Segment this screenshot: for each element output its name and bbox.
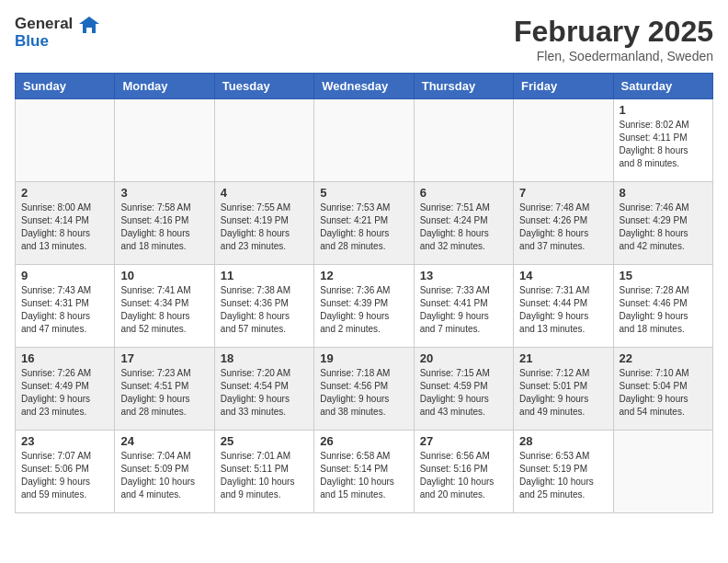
day-number: 25 [221,434,308,448]
logo: General Blue [15,15,99,51]
location-title: Flen, Soedermanland, Sweden [514,49,713,63]
weekday-header: Tuesday [214,74,313,99]
calendar-day-cell [514,99,613,182]
day-number: 11 [221,269,308,282]
day-info: Sunrise: 7:04 AM Sunset: 5:09 PM Dayligh… [120,450,208,501]
day-info: Sunrise: 6:58 AM Sunset: 5:14 PM Dayligh… [320,450,407,501]
calendar-day-cell: 13Sunrise: 7:33 AM Sunset: 4:41 PM Dayli… [414,265,513,348]
calendar-week-row: 2Sunrise: 8:00 AM Sunset: 4:14 PM Daylig… [16,182,713,265]
calendar-week-row: 23Sunrise: 7:07 AM Sunset: 5:06 PM Dayli… [16,431,713,513]
day-number: 6 [420,186,507,200]
calendar-day-cell: 12Sunrise: 7:36 AM Sunset: 4:39 PM Dayli… [314,265,414,348]
calendar-day-cell: 18Sunrise: 7:20 AM Sunset: 4:54 PM Dayli… [214,348,313,431]
day-info: Sunrise: 7:58 AM Sunset: 4:16 PM Dayligh… [120,201,208,253]
svg-marker-0 [79,17,99,33]
logo-blue: Blue [15,33,99,51]
calendar-day-cell [414,99,513,182]
calendar-day-cell: 27Sunrise: 6:56 AM Sunset: 5:16 PM Dayli… [414,431,513,513]
calendar-day-cell: 17Sunrise: 7:23 AM Sunset: 4:51 PM Dayli… [115,348,214,431]
day-info: Sunrise: 7:46 AM Sunset: 4:29 PM Dayligh… [620,201,707,253]
day-number: 28 [519,434,607,448]
day-info: Sunrise: 7:12 AM Sunset: 5:01 PM Dayligh… [519,367,607,419]
day-info: Sunrise: 7:36 AM Sunset: 4:39 PM Dayligh… [320,284,407,336]
day-info: Sunrise: 7:48 AM Sunset: 4:26 PM Dayligh… [519,201,607,253]
calendar-day-cell: 24Sunrise: 7:04 AM Sunset: 5:09 PM Dayli… [115,431,214,513]
day-number: 16 [21,351,108,365]
day-info: Sunrise: 7:07 AM Sunset: 5:06 PM Dayligh… [21,450,108,501]
day-number: 26 [320,434,407,448]
day-info: Sunrise: 7:01 AM Sunset: 5:11 PM Dayligh… [221,450,308,501]
calendar-day-cell [314,99,414,182]
calendar-day-cell [214,99,313,182]
weekday-header: Wednesday [314,74,414,99]
day-info: Sunrise: 7:51 AM Sunset: 4:24 PM Dayligh… [420,201,507,253]
day-info: Sunrise: 6:53 AM Sunset: 5:19 PM Dayligh… [519,450,607,501]
calendar-table: SundayMondayTuesdayWednesdayThursdayFrid… [15,73,713,513]
calendar-day-cell: 22Sunrise: 7:10 AM Sunset: 5:04 PM Dayli… [613,348,712,431]
day-number: 1 [620,103,707,117]
calendar-week-row: 1Sunrise: 8:02 AM Sunset: 4:11 PM Daylig… [16,99,713,182]
day-info: Sunrise: 7:28 AM Sunset: 4:46 PM Dayligh… [620,284,707,336]
month-title: February 2025 [514,15,713,49]
calendar-day-cell: 9Sunrise: 7:43 AM Sunset: 4:31 PM Daylig… [16,265,115,348]
day-number: 21 [519,351,607,365]
calendar-day-cell: 28Sunrise: 6:53 AM Sunset: 5:19 PM Dayli… [514,431,613,513]
calendar-day-cell: 7Sunrise: 7:48 AM Sunset: 4:26 PM Daylig… [514,182,613,265]
day-number: 5 [320,186,407,200]
day-number: 8 [620,186,707,200]
day-info: Sunrise: 7:18 AM Sunset: 4:56 PM Dayligh… [320,367,407,419]
day-number: 22 [620,351,707,365]
day-number: 10 [120,269,208,282]
calendar-day-cell: 5Sunrise: 7:53 AM Sunset: 4:21 PM Daylig… [314,182,414,265]
day-number: 7 [519,186,607,200]
calendar-day-cell: 3Sunrise: 7:58 AM Sunset: 4:16 PM Daylig… [115,182,214,265]
calendar-day-cell: 1Sunrise: 8:02 AM Sunset: 4:11 PM Daylig… [613,99,712,182]
calendar-day-cell: 10Sunrise: 7:41 AM Sunset: 4:34 PM Dayli… [115,265,214,348]
weekday-header: Saturday [613,74,712,99]
calendar-day-cell [115,99,214,182]
calendar-day-cell: 20Sunrise: 7:15 AM Sunset: 4:59 PM Dayli… [414,348,513,431]
logo-bird-icon [79,15,99,35]
day-number: 13 [420,269,507,282]
day-info: Sunrise: 7:55 AM Sunset: 4:19 PM Dayligh… [221,201,308,253]
calendar-day-cell: 11Sunrise: 7:38 AM Sunset: 4:36 PM Dayli… [214,265,313,348]
weekday-header-row: SundayMondayTuesdayWednesdayThursdayFrid… [16,74,713,99]
day-number: 19 [320,351,407,365]
day-info: Sunrise: 8:02 AM Sunset: 4:11 PM Dayligh… [620,119,707,170]
day-number: 17 [120,351,208,365]
day-number: 14 [519,269,607,282]
day-info: Sunrise: 8:00 AM Sunset: 4:14 PM Dayligh… [21,201,108,253]
calendar-day-cell: 2Sunrise: 8:00 AM Sunset: 4:14 PM Daylig… [16,182,115,265]
day-info: Sunrise: 7:20 AM Sunset: 4:54 PM Dayligh… [221,367,308,419]
weekday-header: Friday [514,74,613,99]
calendar-week-row: 16Sunrise: 7:26 AM Sunset: 4:49 PM Dayli… [16,348,713,431]
calendar-day-cell: 21Sunrise: 7:12 AM Sunset: 5:01 PM Dayli… [514,348,613,431]
calendar-day-cell: 19Sunrise: 7:18 AM Sunset: 4:56 PM Dayli… [314,348,414,431]
day-number: 4 [221,186,308,200]
calendar-day-cell: 16Sunrise: 7:26 AM Sunset: 4:49 PM Dayli… [16,348,115,431]
day-info: Sunrise: 7:53 AM Sunset: 4:21 PM Dayligh… [320,201,407,253]
day-info: Sunrise: 7:31 AM Sunset: 4:44 PM Dayligh… [519,284,607,336]
day-number: 2 [21,186,108,200]
calendar-day-cell: 4Sunrise: 7:55 AM Sunset: 4:19 PM Daylig… [214,182,313,265]
calendar-day-cell [613,431,712,513]
day-info: Sunrise: 6:56 AM Sunset: 5:16 PM Dayligh… [420,450,507,501]
calendar-day-cell: 23Sunrise: 7:07 AM Sunset: 5:06 PM Dayli… [16,431,115,513]
day-info: Sunrise: 7:23 AM Sunset: 4:51 PM Dayligh… [120,367,208,419]
day-number: 15 [620,269,707,282]
calendar-day-cell [16,99,115,182]
calendar-day-cell: 25Sunrise: 7:01 AM Sunset: 5:11 PM Dayli… [214,431,313,513]
calendar-day-cell: 26Sunrise: 6:58 AM Sunset: 5:14 PM Dayli… [314,431,414,513]
title-area: February 2025 Flen, Soedermanland, Swede… [514,15,713,63]
day-info: Sunrise: 7:15 AM Sunset: 4:59 PM Dayligh… [420,367,507,419]
weekday-header: Thursday [414,74,513,99]
day-number: 23 [21,434,108,448]
calendar-day-cell: 8Sunrise: 7:46 AM Sunset: 4:29 PM Daylig… [613,182,712,265]
weekday-header: Monday [115,74,214,99]
day-number: 9 [21,269,108,282]
calendar-day-cell: 6Sunrise: 7:51 AM Sunset: 4:24 PM Daylig… [414,182,513,265]
day-info: Sunrise: 7:26 AM Sunset: 4:49 PM Dayligh… [21,367,108,419]
day-info: Sunrise: 7:33 AM Sunset: 4:41 PM Dayligh… [420,284,507,336]
day-info: Sunrise: 7:38 AM Sunset: 4:36 PM Dayligh… [221,284,308,336]
day-number: 3 [120,186,208,200]
